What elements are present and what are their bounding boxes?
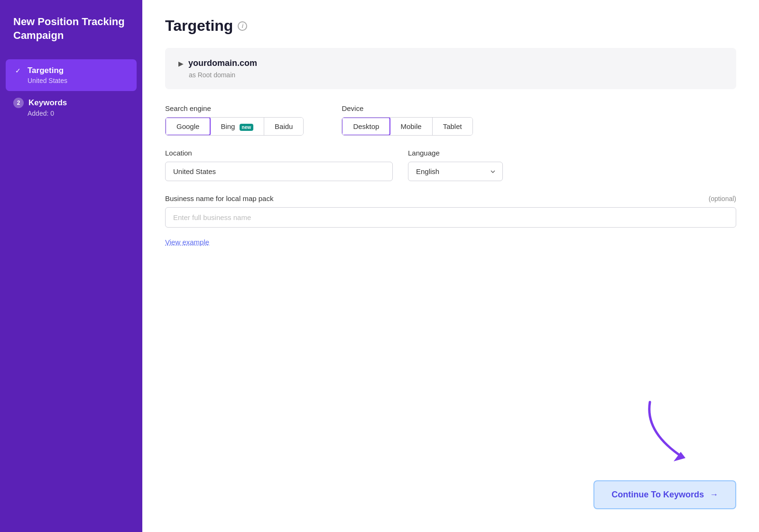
search-engine-group: Search engine Google Bing new Baidu (165, 104, 304, 136)
location-input[interactable] (165, 162, 393, 181)
device-desktop[interactable]: Desktop (342, 117, 390, 136)
device-group: Device Desktop Mobile Tablet (342, 104, 472, 136)
business-name-section: Business name for local map pack (option… (165, 194, 736, 228)
device-toggle: Desktop Mobile Tablet (342, 117, 472, 136)
bing-badge: new (240, 124, 253, 131)
sidebar-item-label: Keywords (28, 98, 67, 108)
sidebar-item-keywords[interactable]: 2 Keywords Added: 0 (0, 91, 142, 124)
sidebar-item-sub: United States (13, 77, 129, 84)
domain-name: yourdomain.com (188, 58, 257, 68)
language-select[interactable]: English Spanish French German (408, 162, 503, 181)
search-engine-baidu[interactable]: Baidu (264, 118, 303, 135)
view-example-link[interactable]: View example (165, 238, 209, 246)
main-content: Targeting i ▶ yourdomain.com as Root dom… (142, 0, 759, 532)
language-label: Language (408, 149, 503, 157)
location-language-row: Location Language English Spanish French… (165, 149, 736, 181)
location-label: Location (165, 149, 393, 157)
business-name-input[interactable] (165, 207, 736, 228)
device-label: Device (342, 104, 472, 112)
device-tablet[interactable]: Tablet (433, 118, 472, 135)
device-mobile[interactable]: Mobile (390, 118, 432, 135)
sidebar-item-label: Targeting (28, 66, 64, 75)
campaign-title: New Position Tracking Campaign (0, 15, 142, 59)
search-engine-bing[interactable]: Bing new (210, 118, 264, 135)
continue-btn-label: Continue To Keywords (611, 490, 704, 500)
arrow-svg (636, 393, 712, 468)
info-icon[interactable]: i (238, 21, 247, 31)
continue-to-keywords-button[interactable]: Continue To Keywords → (593, 480, 736, 509)
arrow-annotation (636, 393, 712, 470)
optional-label: (optional) (709, 195, 736, 202)
location-group: Location (165, 149, 393, 181)
sidebar-item-sub: Added: 0 (13, 110, 129, 117)
search-engine-label: Search engine (165, 104, 304, 112)
step-check-icon: ✓ (13, 66, 23, 75)
domain-sub: as Root domain (178, 71, 723, 79)
language-group: Language English Spanish French German (408, 149, 503, 181)
search-engine-toggle: Google Bing new Baidu (165, 117, 304, 136)
search-engine-google[interactable]: Google (165, 117, 211, 136)
business-name-label: Business name for local map pack (165, 194, 273, 202)
continue-arrow-icon: → (710, 490, 718, 500)
page-title: Targeting i (165, 17, 736, 35)
domain-box: ▶ yourdomain.com as Root domain (165, 48, 736, 89)
continue-btn-wrapper: Continue To Keywords → (593, 480, 736, 509)
sidebar-item-targeting[interactable]: ✓ Targeting United States (6, 59, 137, 91)
search-device-row: Search engine Google Bing new Baidu Devi… (165, 104, 736, 136)
sidebar: New Position Tracking Campaign ✓ Targeti… (0, 0, 142, 532)
step-number: 2 (13, 98, 24, 108)
chevron-right-icon: ▶ (178, 60, 184, 67)
